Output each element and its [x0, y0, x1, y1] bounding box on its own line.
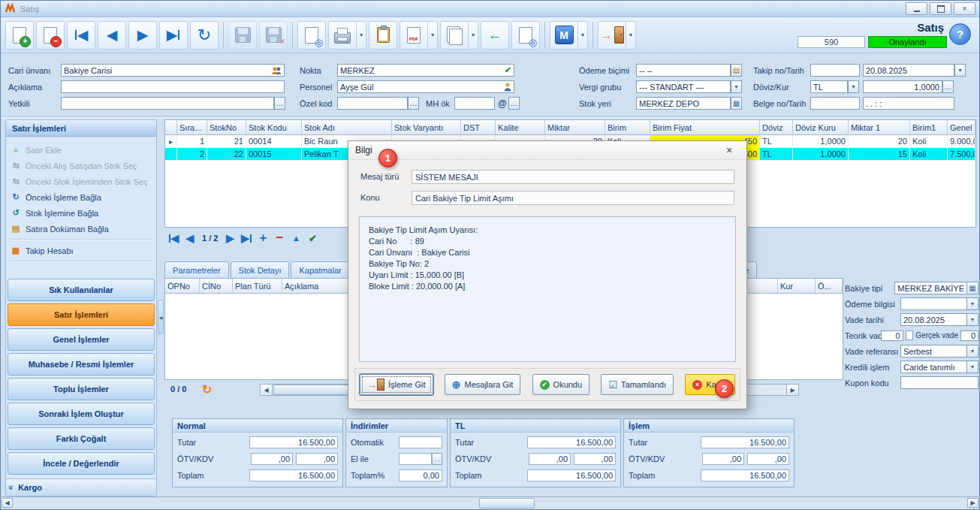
pager-next-button[interactable]: ▶	[224, 231, 236, 246]
import-button[interactable]: ←	[481, 21, 509, 50]
bakiye-tipi-input[interactable]: MERKEZ BAKİYE	[894, 282, 967, 294]
grid-col-sira[interactable]: Sıra...	[177, 120, 207, 135]
gercek-vade-input[interactable]: 0	[960, 330, 978, 341]
subgrid-col-o[interactable]: Ö...	[816, 279, 843, 294]
stok-yeri-grid-icon[interactable]: ▦	[731, 97, 742, 110]
odeme-bilgisi-select[interactable]	[900, 297, 967, 310]
grid-col-stokno[interactable]: StokNo	[207, 120, 246, 135]
kargo-bar[interactable]: » Kargo	[6, 478, 156, 496]
pdf-export-button[interactable]: PDF	[400, 21, 428, 50]
subgrid-col-plan-turu[interactable]: Plan Türü	[233, 279, 282, 294]
find-document-button[interactable]: ◎	[511, 21, 540, 50]
cari-unvani-input[interactable]: Bakiye Carisi	[61, 64, 285, 77]
subgrid-col-opno[interactable]: ÖPNo	[165, 279, 200, 294]
grid-col-birim[interactable]: Birim	[605, 120, 650, 135]
maximize-button[interactable]	[930, 2, 951, 15]
exit-dropdown[interactable]: ▾	[626, 21, 636, 50]
refresh-rows-icon[interactable]: ↻	[202, 382, 212, 397]
window-hscrollbar[interactable]: ◀ ▶	[2, 496, 978, 508]
kur-input[interactable]: 1,0000	[863, 80, 942, 93]
pager-first-button[interactable]: ◀	[167, 231, 179, 246]
minimize-button[interactable]	[906, 2, 927, 15]
dialog-close-button[interactable]: ×	[719, 143, 740, 158]
vade-tarihi-dropdown[interactable]: ▾	[967, 313, 978, 326]
el-ile-ellipsis-button[interactable]: …	[432, 453, 442, 465]
kur-ellipsis-button[interactable]: …	[942, 80, 954, 93]
grid-col-stok-kodu[interactable]: Stok Kodu	[246, 120, 302, 135]
belge-no-input[interactable]	[810, 97, 860, 110]
yetkili-input[interactable]	[61, 97, 274, 110]
sidebar-button-satir-islemleri[interactable]: Satır İşlemleri	[8, 303, 155, 326]
takip-tarih-dropdown[interactable]: ▾	[954, 64, 966, 77]
vergi-grubu-select[interactable]: --- STANDART ---	[636, 80, 731, 93]
pager-last-button[interactable]: ▶	[240, 231, 252, 246]
mh-ok-ellipsis-button[interactable]: …	[508, 97, 520, 110]
sidebar-button-toplu-islemler[interactable]: Toplu İşlemler	[8, 378, 155, 400]
post-row-button[interactable]: ✔	[306, 231, 318, 246]
new-record-button[interactable]: +	[5, 21, 34, 50]
grid-col-doviz-kuru[interactable]: Döviz Kuru	[793, 120, 849, 135]
splitter-collapse-button[interactable]: ◀	[158, 300, 164, 334]
odeme-bicimi-input[interactable]: -- --	[636, 64, 731, 77]
subgrid-col-kur[interactable]: Kur	[778, 279, 816, 294]
next-record-button[interactable]: ▶	[128, 21, 157, 50]
takip-tarih-input[interactable]: 20.08.2025	[863, 64, 954, 77]
kredili-islem-dropdown[interactable]: ▾	[967, 361, 978, 373]
tab-parametreler[interactable]: Parametreler	[164, 261, 229, 278]
yetkili-ellipsis-button[interactable]: …	[274, 97, 285, 110]
doviz-select[interactable]: TL	[810, 80, 848, 93]
insert-row-button[interactable]: +	[257, 231, 269, 246]
takip-no-input[interactable]	[810, 64, 860, 77]
close-button[interactable]: ×	[954, 2, 975, 15]
pager-prev-button[interactable]: ◀	[184, 231, 196, 246]
grid-col-kalite[interactable]: Kalite	[496, 120, 545, 135]
grid-col-miktar1[interactable]: Miktar 1	[849, 120, 910, 135]
m-menu-button[interactable]: M	[550, 21, 578, 50]
kupon-kodu-input[interactable]	[900, 376, 978, 389]
first-record-button[interactable]: ◀	[67, 21, 95, 50]
grid-col-birim-fiyat[interactable]: Birim Fiyat	[650, 120, 760, 135]
exit-button[interactable]: →	[598, 21, 626, 50]
okundu-button[interactable]: ✔ Okundu	[532, 374, 590, 395]
vergi-grubu-dropdown[interactable]: ▾	[731, 80, 742, 93]
last-record-button[interactable]: ▶	[159, 21, 188, 50]
sidebar-item-stok-islemine-bagla[interactable]: ↺Stok İşlemine Bağla	[6, 205, 156, 221]
sidebar-button-farkli-cogalt[interactable]: Farklı Çoğalt	[8, 427, 155, 450]
subgrid-col-cino[interactable]: CİNo	[200, 279, 233, 294]
personel-input[interactable]: Ayşe Gül	[337, 80, 514, 93]
delete-record-button[interactable]: −	[36, 21, 65, 50]
grid-col-doviz[interactable]: Döviz	[760, 120, 793, 135]
vade-referansi-dropdown[interactable]: ▾	[967, 345, 978, 358]
hscroll-right-button[interactable]: ▶	[786, 385, 798, 395]
grid-col-stok-adi[interactable]: Stok Adı	[302, 120, 392, 135]
sidebar-button-sonraki-islem[interactable]: Sonraki İşlem Oluştur	[8, 403, 155, 425]
sidebar-button-sik-kullanilanlar[interactable]: Sık Kullanılanlar	[8, 279, 155, 301]
print-dropdown[interactable]: ▾	[357, 21, 366, 50]
grid-col-genel-toplam[interactable]: Genel To...	[948, 120, 975, 135]
paste-button[interactable]	[369, 21, 397, 50]
refresh-button[interactable]: ↻	[190, 21, 219, 50]
prev-record-button[interactable]: ◀	[98, 21, 126, 50]
mh-ok-input[interactable]	[454, 97, 495, 110]
teorik-vade-input[interactable]: 0	[881, 330, 903, 341]
pdf-dropdown[interactable]: ▾	[428, 21, 438, 50]
delete-row-button[interactable]: −	[273, 231, 285, 246]
m-menu-dropdown[interactable]: ▾	[578, 21, 588, 50]
copy-dropdown[interactable]: ▾	[469, 21, 478, 50]
vade-referansi-select[interactable]: Serbest	[900, 345, 967, 358]
hscroll-left-button[interactable]: ◀	[261, 385, 273, 395]
gercek-vade-checkbox[interactable]	[906, 330, 914, 340]
vade-tarihi-input[interactable]: 20.08.2025	[900, 313, 967, 326]
scroll-right-button[interactable]: ▶	[967, 498, 978, 508]
sidebar-item-onceki-isleme-bagla[interactable]: ↻Önceki İşleme Bağla	[6, 189, 156, 205]
help-button[interactable]: ?	[949, 23, 971, 45]
grid-col-stok-varyanti[interactable]: Stok Varyantı	[392, 120, 461, 135]
grid-col-birim1[interactable]: Birim1	[910, 120, 948, 135]
edit-row-button[interactable]: ▲	[290, 231, 302, 246]
ozel-kod-ellipsis-button[interactable]: …	[408, 97, 419, 110]
grid-col-miktar[interactable]: Miktar	[545, 120, 605, 135]
bakiye-tipi-grid-icon[interactable]: ▦	[967, 282, 978, 294]
copy-transfer-button[interactable]	[440, 21, 469, 50]
sidebar-splitter[interactable]: ◀	[158, 119, 164, 496]
scroll-thumb[interactable]	[479, 498, 535, 508]
